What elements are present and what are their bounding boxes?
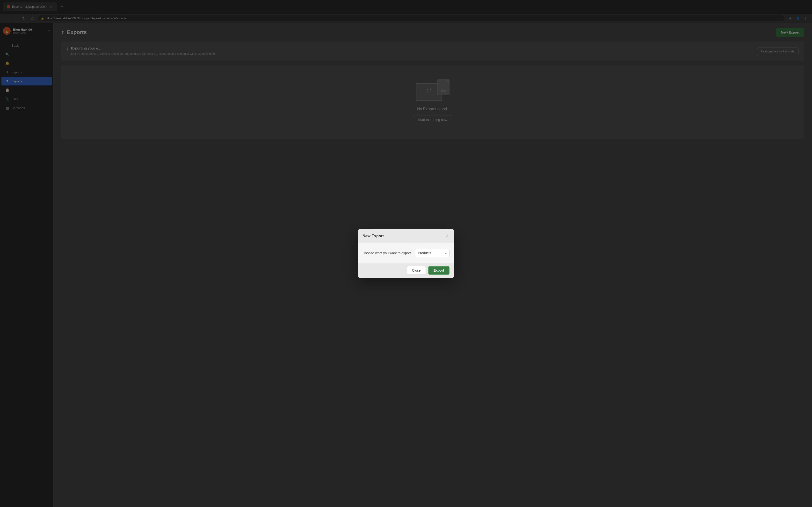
modal-header: New Export ×	[358, 229, 454, 243]
modal-close-button[interactable]: Close	[407, 266, 426, 275]
modal-footer: Close Export	[358, 263, 454, 278]
new-export-modal: New Export × Choose what you want to exp…	[358, 229, 454, 278]
modal-export-button[interactable]: Export	[428, 266, 450, 275]
export-type-select[interactable]: Products Orders Customers Categories	[415, 249, 450, 257]
modal-close-x-button[interactable]: ×	[444, 233, 450, 239]
modal-overlay[interactable]: New Export × Choose what you want to exp…	[0, 0, 812, 507]
modal-body: Choose what you want to export Products …	[358, 243, 454, 263]
modal-field: Choose what you want to export Products …	[362, 249, 450, 257]
modal-field-label: Choose what you want to export	[362, 251, 411, 255]
modal-title: New Export	[362, 234, 384, 238]
modal-select-wrapper: Products Orders Customers Categories ⌄	[415, 249, 450, 257]
